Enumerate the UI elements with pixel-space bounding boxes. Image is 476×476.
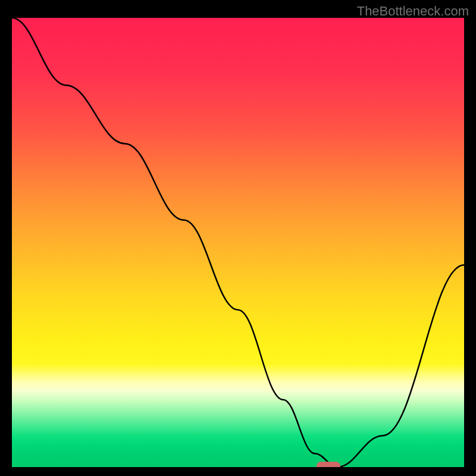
svg-rect-0 bbox=[317, 462, 340, 467]
watermark-text: TheBottleneck.com bbox=[357, 4, 469, 19]
optimal-marker bbox=[12, 18, 464, 467]
